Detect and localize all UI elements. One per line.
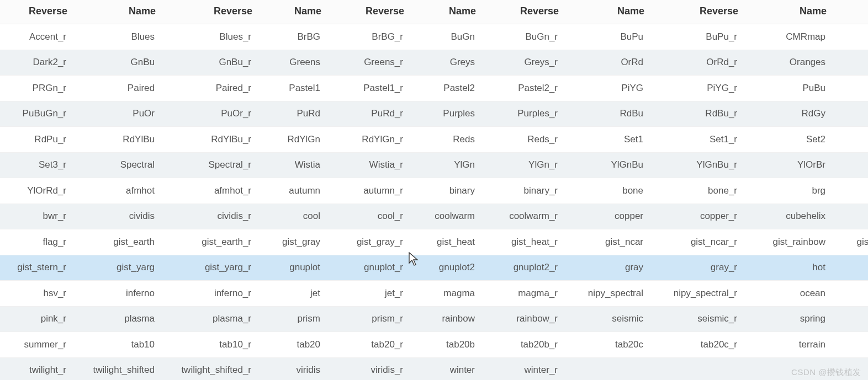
table-cell [563, 357, 649, 380]
table-cell: YlGn_r [480, 152, 563, 178]
table-cell: gist_gray [257, 229, 326, 255]
table-cell: prism [257, 306, 326, 332]
column-header: Reverse [160, 0, 257, 24]
column-header: Name [257, 0, 326, 24]
table-cell: cubehelix [743, 204, 831, 229]
table-cell: rainbow [409, 306, 480, 332]
table-cell: tab10 [72, 332, 160, 358]
table-cell: gray [563, 255, 649, 281]
table-cell: cividis [72, 204, 160, 229]
table-cell: Pastel1_r [326, 76, 409, 101]
table-row: gist_stern_rgist_yarggist_yarg_rgnuplotg… [0, 255, 868, 281]
table-cell: PRGn_r [0, 76, 72, 101]
table-cell: gist_stern_r [0, 255, 72, 281]
table-cell: Set3_r [0, 152, 72, 178]
column-header: Name [563, 0, 649, 24]
table-cell: tab20c [563, 332, 649, 358]
table-cell: PiYG_r [649, 76, 743, 101]
table-cell: tab10_r [160, 332, 257, 358]
table-cell: autumn_r [326, 178, 409, 204]
table-cell: terrain [743, 332, 831, 358]
column-header: Reverse [831, 0, 868, 24]
table-cell: Set1_r [649, 127, 743, 153]
table-cell: RdPu_r [0, 127, 72, 153]
table-cell: gist_heat [409, 229, 480, 255]
table-cell: PiYG [563, 76, 649, 101]
table-cell: prism_r [326, 306, 409, 332]
table-cell: PuOr_r [160, 101, 257, 127]
column-header: Name [409, 0, 480, 24]
table-cell: brg_r [831, 178, 868, 204]
table-cell: BuGn [409, 24, 480, 50]
table-cell: Wistia_r [326, 152, 409, 178]
table-cell: Wistia [257, 152, 326, 178]
table-cell: cool_r [326, 204, 409, 229]
table-cell: Paired [72, 76, 160, 101]
table-cell: Set2 [743, 127, 831, 153]
table-cell: ocean_r [831, 281, 868, 307]
table-row: PuBuGn_rPuOrPuOr_rPuRdPuRd_rPurplesPurpl… [0, 101, 868, 127]
table-cell: BuGn_r [480, 24, 563, 50]
table-cell: PuBu_r [831, 76, 868, 101]
table-cell: coolwarm_r [480, 204, 563, 229]
table-cell: Purples_r [480, 101, 563, 127]
table-cell: CMRmap_r [831, 24, 868, 50]
table-row: flag_rgist_earthgist_earth_rgist_graygis… [0, 229, 868, 255]
table-cell: twilight_shifted_r [160, 357, 257, 380]
table-cell: tab20c_r [649, 332, 743, 358]
table-row: summer_rtab10tab10_rtab20tab20_rtab20bta… [0, 332, 868, 358]
table-cell: gist_ncar [563, 229, 649, 255]
table-cell: Pastel2_r [480, 76, 563, 101]
table-cell: hsv_r [0, 281, 72, 307]
table-cell: Spectral [72, 152, 160, 178]
table-cell: RdGy_r [831, 101, 868, 127]
table-cell [649, 357, 743, 380]
table-row: PRGn_rPairedPaired_rPastel1Pastel1_rPast… [0, 76, 868, 101]
table-cell: OrRd_r [649, 50, 743, 76]
table-cell: seismic_r [649, 306, 743, 332]
table-cell: winter_r [480, 357, 563, 380]
table-cell: Greens [257, 50, 326, 76]
column-header: Name [72, 0, 160, 24]
table-cell: terrain_r [831, 332, 868, 358]
table-cell: Spectral_r [160, 152, 257, 178]
table-cell: gnuplot_r [326, 255, 409, 281]
table-cell: tab20b [409, 332, 480, 358]
table-cell: CMRmap [743, 24, 831, 50]
table-cell: plasma_r [160, 306, 257, 332]
table-cell: coolwarm [409, 204, 480, 229]
table-header-row: ReverseNameReverseNameReverseNameReverse… [0, 0, 868, 24]
table-cell: gnuplot [257, 255, 326, 281]
table-cell: Set2_r [831, 127, 868, 153]
table-cell: jet [257, 281, 326, 307]
table-cell: rainbow_r [480, 306, 563, 332]
table-cell: gist_rainbow_r [831, 229, 868, 255]
table-cell: BrBG_r [326, 24, 409, 50]
table-cell: spring_r [831, 306, 868, 332]
table-cell: winter [409, 357, 480, 380]
table-cell: RdBu_r [649, 101, 743, 127]
table-cell: tab20_r [326, 332, 409, 358]
table-cell: seismic [563, 306, 649, 332]
table-cell: magma [409, 281, 480, 307]
table-cell: BuPu_r [649, 24, 743, 50]
table-row: Dark2_rGnBuGnBu_rGreensGreens_rGreysGrey… [0, 50, 868, 76]
table-row: Accent_rBluesBlues_rBrBGBrBG_rBuGnBuGn_r… [0, 24, 868, 50]
table-cell: summer_r [0, 332, 72, 358]
table-cell: gist_yarg [72, 255, 160, 281]
table-cell: YlOrBr [743, 152, 831, 178]
table-row: twilight_rtwilight_shiftedtwilight_shift… [0, 357, 868, 380]
table-cell: Oranges_r [831, 50, 868, 76]
table-cell: RdYlGn_r [326, 127, 409, 153]
table-cell: nipy_spectral_r [649, 281, 743, 307]
table-cell: inferno_r [160, 281, 257, 307]
table-cell: gist_earth [72, 229, 160, 255]
table-cell: YlGnBu_r [649, 152, 743, 178]
table-cell: viridis [257, 357, 326, 380]
table-cell: YlGnBu [563, 152, 649, 178]
table-cell: jet_r [326, 281, 409, 307]
table-cell: YlGn [409, 152, 480, 178]
colormap-table: ReverseNameReverseNameReverseNameReverse… [0, 0, 868, 380]
table-cell: hot [743, 255, 831, 281]
table-cell: Greys_r [480, 50, 563, 76]
